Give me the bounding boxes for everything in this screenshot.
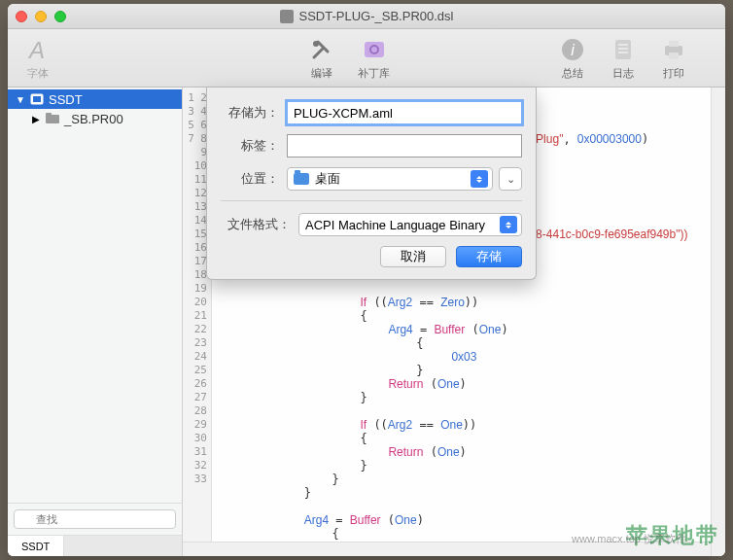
disclosure-triangle-icon[interactable]: ▶ — [31, 114, 41, 124]
folder-icon — [294, 173, 309, 185]
folder-icon — [45, 112, 60, 125]
tools-icon — [307, 35, 336, 64]
svg-rect-11 — [669, 41, 679, 47]
svg-rect-14 — [33, 96, 41, 102]
info-icon: i — [558, 35, 587, 64]
svg-rect-12 — [669, 52, 679, 59]
svg-text:i: i — [571, 42, 575, 58]
format-label: 文件格式： — [221, 216, 291, 233]
minimize-icon[interactable] — [35, 11, 47, 22]
format-value: ACPI Machine Language Binary — [305, 218, 485, 232]
format-popup[interactable]: ACPI Machine Language Binary — [298, 213, 522, 236]
expand-button[interactable]: ⌄ — [499, 167, 522, 191]
patch-icon — [360, 35, 389, 64]
chip-icon — [29, 92, 45, 106]
svg-rect-6 — [615, 40, 631, 59]
save-as-label: 存储为： — [221, 104, 279, 122]
divider — [221, 200, 522, 201]
disclosure-triangle-icon[interactable]: ▼ — [16, 94, 25, 105]
svg-point-1 — [313, 41, 319, 47]
popup-arrows-icon — [500, 216, 517, 233]
popup-arrows-icon — [471, 170, 488, 188]
traffic-lights — [16, 11, 66, 22]
svg-rect-15 — [46, 115, 59, 123]
svg-rect-2 — [365, 42, 384, 57]
window-title: SSDT-PLUG-_SB.PR00.dsl — [66, 9, 667, 23]
print-icon — [659, 35, 688, 64]
filename-input[interactable] — [287, 101, 522, 124]
tags-label: 标签： — [221, 137, 279, 155]
save-button[interactable]: 存储 — [456, 246, 522, 267]
search-wrap — [8, 503, 182, 535]
sidebar: ▼ SSDT ▶ _SB.PR00 SSDT — [8, 88, 183, 556]
toolbar: A 字体 编译 补丁库 i 总结 日志 打印 — [8, 29, 725, 88]
sidebar-tabs: SSDT — [8, 535, 182, 556]
cancel-button[interactable]: 取消 — [380, 246, 446, 267]
watermark-url: www.macx.top 悦享软件 — [572, 532, 686, 546]
log-icon — [609, 35, 638, 64]
patch-tool[interactable]: 补丁库 — [358, 35, 390, 81]
tree-root[interactable]: ▼ SSDT — [8, 89, 182, 109]
save-sheet: 存储为： 标签： 位置： 桌面 ⌄ 文件格式： ACPI Machine Lan… — [206, 88, 537, 280]
compile-tool[interactable]: 编译 — [307, 35, 336, 81]
tree[interactable]: ▼ SSDT ▶ _SB.PR00 — [8, 88, 182, 503]
font-tool[interactable]: A 字体 — [23, 35, 52, 81]
log-tool[interactable]: 日志 — [609, 35, 638, 81]
font-icon: A — [23, 35, 52, 64]
sidebar-tab[interactable]: SSDT — [8, 536, 64, 556]
window-title-text: SSDT-PLUG-_SB.PR00.dsl — [299, 9, 454, 23]
tags-input[interactable] — [287, 134, 522, 158]
location-popup[interactable]: 桌面 — [287, 167, 493, 191]
titlebar[interactable]: SSDT-PLUG-_SB.PR00.dsl — [8, 4, 725, 29]
summary-tool[interactable]: i 总结 — [558, 35, 587, 81]
app-window: SSDT-PLUG-_SB.PR00.dsl A 字体 编译 补丁库 i 总结 … — [8, 4, 725, 556]
search-input[interactable] — [14, 509, 176, 529]
zoom-icon[interactable] — [54, 11, 66, 22]
tree-child-label: _SB.PR00 — [64, 112, 123, 126]
svg-rect-16 — [46, 113, 52, 116]
vertical-scrollbar[interactable] — [711, 88, 725, 556]
svg-text:A: A — [27, 37, 45, 62]
tree-root-label: SSDT — [49, 92, 83, 107]
document-icon — [280, 10, 294, 23]
tree-child[interactable]: ▶ _SB.PR00 — [8, 109, 182, 128]
close-icon[interactable] — [16, 11, 27, 22]
location-label: 位置： — [221, 170, 279, 188]
print-tool[interactable]: 打印 — [659, 35, 688, 81]
location-value: 桌面 — [315, 170, 340, 188]
